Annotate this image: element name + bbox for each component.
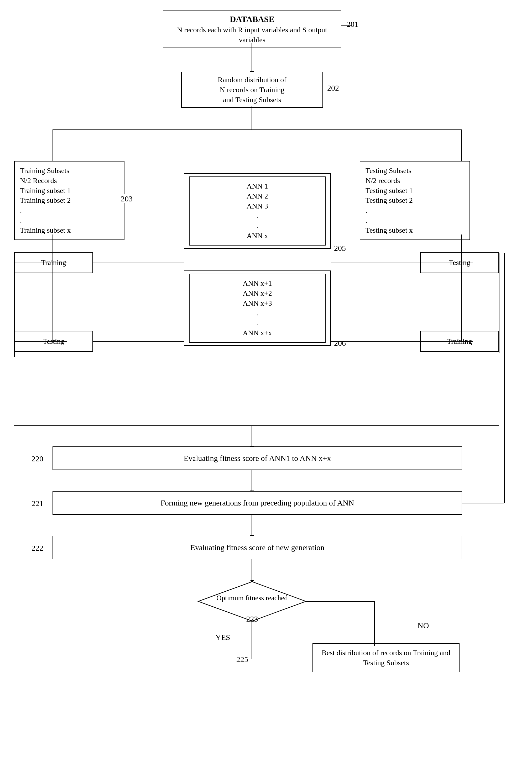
line-training-subsets-down2 [53,253,53,342]
line-to-testing-left [14,341,67,342]
label-yes: YES [215,633,230,642]
testing-subsets-box: Testing Subsets N/2 records Testing subs… [360,161,470,240]
line-loop-right [462,503,504,503]
line-to-training-right [420,341,473,342]
line-to-training-left [14,263,67,263]
arrow-to-diamond [252,559,252,580]
line-ann-bottom-to-training-right [331,341,420,342]
line-ann-top-to-testing-right [331,263,420,263]
training-subsets-text: Training Subsets N/2 Records Training su… [20,166,71,235]
optimum-text: Optimum fitness reached [197,594,307,602]
label-220: 220 [32,454,43,463]
database-subtitle: N records each with R input variables an… [167,25,337,45]
line-left-connecting-down [14,263,15,357]
line-split [53,129,461,130]
line-training-subsets-down [53,235,53,253]
ann-top-outer: ANN 1 ANN 2 ANN 3 . . ANN x [184,173,331,249]
line-testing-subsets-down [461,235,462,253]
line-no-right [306,601,374,602]
forming-new-box: Forming new generations from preceding p… [53,491,462,515]
eval-new-gen-text: Evaluating fitness score of new generati… [190,542,325,553]
eval-fitness-box: Evaluating fitness score of ANN1 to ANN … [53,446,462,470]
line-training-to-ann-top [93,263,184,263]
label-223: 223 [197,614,307,623]
best-dist-text: Best distribution of records on Training… [322,648,450,668]
random-dist-box: Random distribution of N records on Trai… [181,72,323,108]
label-222: 222 [32,544,43,553]
ann-top-text: ANN 1 ANN 2 ANN 3 . . ANN x [247,181,268,241]
eval-new-gen-box: Evaluating fitness score of new generati… [53,536,462,559]
eval-fitness-text: Evaluating fitness score of ANN1 to ANN … [184,453,331,464]
arrow-to-eval [252,425,252,446]
line-loop-up [504,253,505,503]
arrow-eval-to-forming [252,470,252,491]
line-right-top-down [499,253,499,353]
ann-top-inner: ANN 1 ANN 2 ANN 3 . . ANN x [189,176,326,246]
ann-bottom-inner: ANN x+1 ANN x+2 ANN x+3 . . ANN x+x [189,274,326,343]
training-subsets-box: Training Subsets N/2 Records Training su… [14,161,124,240]
random-dist-text: Random distribution of N records on Trai… [218,75,286,105]
testing-subsets-text: Testing Subsets N/2 records Testing subs… [366,166,413,235]
ann-bottom-outer: ANN x+1 ANN x+2 ANN x+3 . . ANN x+x [184,270,331,346]
ann-bottom-text: ANN x+1 ANN x+2 ANN x+3 . . ANN x+x [243,278,272,338]
line-best-dist-up [374,643,375,646]
line-yes-down [252,622,252,659]
label-202: 202 [327,84,339,92]
line-testing-subsets-down2 [461,253,462,342]
optimum-diamond: Optimum fitness reached 223 [197,580,307,622]
line-testing-to-ann-bottom [93,341,184,342]
forming-new-text: Forming new generations from preceding p… [160,498,354,508]
line-bestdist-to-right [460,658,506,658]
label-205: 205 [334,244,346,253]
line-bottom-left [14,425,499,426]
label-221: 221 [32,499,43,508]
best-dist-box: Best distribution of records on Training… [312,643,460,672]
label-225: 225 [236,655,248,664]
label-201: 201 [347,20,358,29]
line-db-201 [341,25,352,26]
database-title: DATABASE [230,14,274,25]
line-right-branch [461,129,462,161]
flowchart-diagram: DATABASE N records each with R input var… [0,0,532,766]
label-no: NO [418,621,429,630]
line-left-branch [53,129,53,161]
label-206: 206 [334,339,346,348]
arrow-db-to-random [252,43,252,72]
database-box: DATABASE N records each with R input var… [163,11,341,48]
label-203: 203 [121,194,133,203]
line-bestdist-up-right [506,503,506,658]
line-random-down [252,106,252,129]
line-to-testing-right [420,263,473,263]
line-no-down [374,601,375,643]
arrow-forming-to-eval-new [252,515,252,536]
